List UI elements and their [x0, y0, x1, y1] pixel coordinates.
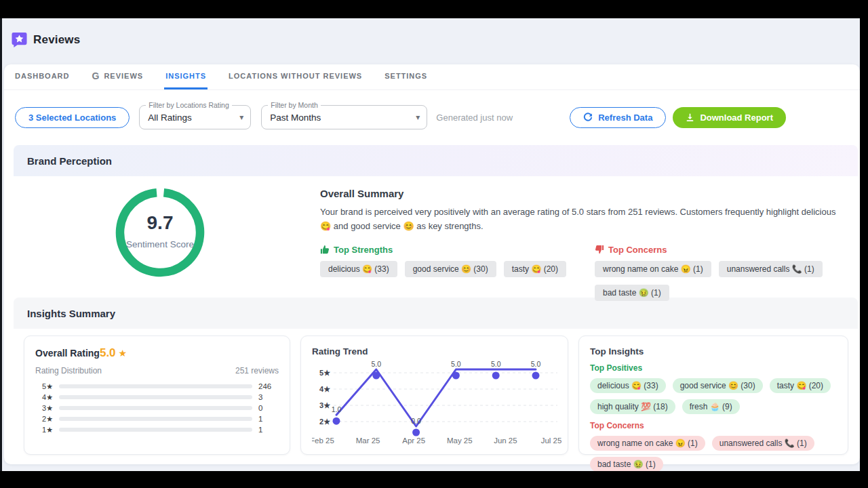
positive-chip: good service 😊 (30) — [673, 378, 763, 393]
rating-distribution-line: Rating Distribution 251 reviews — [35, 366, 279, 375]
distribution-track — [59, 428, 252, 432]
svg-text:Jul 25: Jul 25 — [541, 436, 561, 445]
distribution-row: 5★ 246 — [35, 381, 279, 392]
top-strengths-block: Top Strengths delicious 😋 (33) good serv… — [320, 245, 595, 301]
top-concerns-title: Top Concerns — [595, 245, 843, 255]
top-positives-chips: delicious 😋 (33) good service 😊 (30) tas… — [590, 378, 837, 414]
strength-chip: good service 😊 (30) — [405, 261, 496, 277]
rating-trend-card: Rating Trend 5★4★3★2★Feb 25Mar 25Apr 25M… — [300, 336, 568, 455]
left-edge-strip — [0, 18, 2, 471]
svg-text:Jun 25: Jun 25 — [494, 436, 517, 445]
tab[interactable]: INSIGHTS — [164, 64, 208, 89]
insights-summary-title: Insights Summary — [27, 308, 115, 319]
selected-locations-button[interactable]: 3 Selected Locations — [15, 107, 130, 128]
concern-chip: bad taste 🤢 (1) — [590, 457, 663, 472]
month-filter-select[interactable]: Filter by Month Past Months ▾ — [261, 105, 427, 129]
distribution-star-label: 5★ — [35, 382, 53, 391]
svg-text:5.0: 5.0 — [491, 361, 501, 368]
sentiment-gauge-wrap: 9.7 Sentiment Score — [14, 176, 307, 291]
distribution-count: 246 — [258, 382, 279, 390]
tab[interactable]: DASHBOARD — [14, 64, 71, 89]
right-black-bar — [860, 0, 868, 488]
top-strengths-title: Top Strengths — [320, 245, 595, 255]
rating-trend-title: Rating Trend — [312, 346, 557, 357]
download-label: Download Report — [700, 113, 773, 123]
reviews-app-icon — [12, 32, 27, 47]
brand-perception-section: Brand Perception 9.7 Sentiment Score Ove… — [14, 145, 858, 291]
tab-label: INSIGHTS — [165, 72, 206, 80]
tab-label: DASHBOARD — [15, 72, 70, 80]
distribution-star-label: 2★ — [35, 415, 53, 424]
distribution-row: 4★ 3 — [35, 392, 279, 403]
rating-filter-value: All Ratings — [148, 113, 192, 123]
tab-label: LOCATIONS WITHOUT REVIEWS — [229, 72, 362, 80]
top-insights-card: Top Insights Top Positives delicious 😋 (… — [578, 336, 848, 455]
generated-timestamp: Generated just now — [436, 113, 513, 123]
overall-summary-title: Overall Summary — [320, 188, 843, 199]
concern-chip: unanswered calls 📞 (1) — [719, 261, 823, 277]
concern-chip: wrong name on cake 😠 (1) — [590, 436, 705, 451]
strengths-concerns-row: Top Strengths delicious 😋 (33) good serv… — [320, 245, 843, 301]
distribution-star-label: 3★ — [35, 404, 53, 413]
distribution-row: 1★ 1 — [35, 424, 279, 435]
overall-rating-value: 5.0 — [100, 346, 116, 360]
distribution-count: 1 — [258, 415, 279, 423]
rating-filter-select[interactable]: Filter by Locations Rating All Ratings ▾ — [139, 105, 251, 129]
strength-chip: delicious 😋 (33) — [320, 261, 397, 277]
download-report-button[interactable]: Download Report — [673, 107, 786, 128]
tab-label: SETTINGS — [384, 72, 427, 80]
svg-text:4★: 4★ — [319, 385, 330, 393]
main-card: DASHBOARD G REVIEWS INSIGHTS LOCATIONS W… — [4, 64, 860, 464]
top-concerns-block: Top Concerns wrong name on cake 😠 (1) un… — [595, 245, 843, 301]
top-black-bar — [0, 0, 868, 18]
tab[interactable]: SETTINGS — [383, 64, 429, 89]
overall-rating-line: Overall Rating 5.0 ★ — [35, 346, 279, 360]
distribution-track — [59, 395, 252, 400]
insights-summary-section: Insights Summary Overall Rating 5.0 ★ Ra… — [14, 298, 858, 455]
distribution-star-label: 4★ — [35, 393, 53, 402]
positive-chip: tasty 😋 (20) — [770, 378, 831, 393]
app-header: Reviews — [12, 32, 80, 47]
thumbs-up-icon — [320, 245, 330, 254]
distribution-count: 1 — [258, 426, 279, 434]
distribution-count: 0 — [258, 404, 279, 412]
reviews-count-label: 251 reviews — [235, 366, 279, 375]
rating-distribution: 5★ 246 4★ — [35, 381, 279, 435]
rating-filter-label: Filter by Locations Rating — [146, 101, 231, 109]
top-concerns-title: Top Concerns — [590, 421, 837, 430]
month-filter-value: Past Months — [270, 113, 321, 123]
rating-trend-svg: 5★4★3★2★Feb 25Mar 25Apr 25May 25Jun 25Ju… — [312, 361, 561, 449]
strengths-chips: delicious 😋 (33) good service 😊 (30) tas… — [320, 261, 595, 277]
bottom-black-bar — [0, 471, 868, 488]
distribution-count: 3 — [258, 393, 279, 401]
sentiment-gauge: 9.7 Sentiment Score — [113, 185, 208, 280]
overall-summary-text: Your brand is perceived very positively … — [320, 205, 843, 234]
chevron-down-icon: ▾ — [239, 113, 243, 122]
refresh-data-button[interactable]: Refresh Data — [570, 107, 666, 128]
tab-bar: DASHBOARD G REVIEWS INSIGHTS LOCATIONS W… — [4, 64, 860, 90]
svg-text:3★: 3★ — [319, 401, 330, 409]
refresh-label: Refresh Data — [598, 113, 652, 123]
distribution-track — [59, 406, 252, 411]
concern-chip: wrong name on cake 😠 (1) — [595, 261, 711, 277]
concern-chip: unanswered calls 📞 (1) — [712, 436, 814, 451]
distribution-track — [59, 384, 252, 389]
overall-rating-card: Overall Rating 5.0 ★ Rating Distribution… — [24, 336, 290, 455]
positive-chip: high quality 💯 (18) — [590, 399, 675, 414]
refresh-icon — [583, 113, 593, 122]
tab-label: REVIEWS — [104, 72, 143, 80]
tab[interactable]: LOCATIONS WITHOUT REVIEWS — [227, 64, 363, 89]
month-filter-label: Filter by Month — [268, 101, 320, 109]
overall-rating-title: Overall Rating — [35, 348, 100, 359]
svg-text:May 25: May 25 — [447, 436, 473, 445]
svg-text:2★: 2★ — [319, 418, 330, 426]
insights-summary-header: Insights Summary — [14, 298, 858, 329]
positive-chip: fresh 🧁 (9) — [682, 399, 740, 414]
svg-text:Apr 25: Apr 25 — [402, 436, 425, 445]
positive-chip: delicious 😋 (33) — [590, 378, 666, 393]
distribution-track — [59, 417, 252, 422]
top-concerns-chips: wrong name on cake 😠 (1) unanswered call… — [590, 436, 837, 472]
tab[interactable]: G REVIEWS — [91, 64, 145, 89]
distribution-star-label: 1★ — [35, 426, 53, 434]
sentiment-score: 9.7 — [113, 212, 208, 234]
